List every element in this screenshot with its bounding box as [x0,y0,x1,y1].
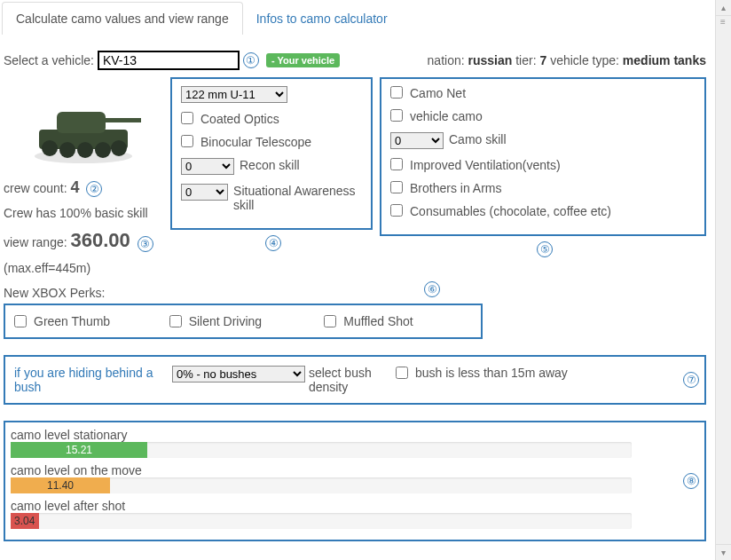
crew-skill-text: Crew has 100% basic skill [4,206,163,220]
svg-rect-8 [97,118,141,122]
coated-optics-checkbox[interactable] [181,112,193,124]
scroll-down-arrow[interactable]: ▾ [716,544,731,560]
bush-box: if you are hiding behind a bush 0% - no … [4,355,706,405]
sa-select[interactable]: 0 [181,184,228,201]
marker-3: ③ [138,236,153,252]
vehicle-select-label: Select a vehicle: [4,53,94,67]
crew-count-value: 4 [70,178,79,196]
vehicle-camo-label: vehicle camo [410,109,483,123]
view-range-label: view range: [4,235,67,249]
bush-close-label: bush is less than 15m away [415,366,568,380]
svg-point-6 [111,140,127,156]
green-thumb-checkbox[interactable] [14,315,27,327]
marker-6: ⑥ [424,281,440,297]
crew-count-label: crew count: [4,181,67,195]
bia-checkbox[interactable] [390,181,403,193]
bush-density-label: select bush density [309,366,380,394]
vents-label: Improved Ventilation(vents) [410,158,561,172]
tab-calculate[interactable]: Calculate camo values and view range [2,2,243,35]
marker-1: ① [243,52,259,68]
silent-driving-checkbox[interactable] [169,315,182,327]
equipment-box: 122 mm U-11 Coated Optics Binocular Tele… [170,77,373,230]
svg-point-5 [95,142,111,158]
view-range-sub: (max.eff=445m) [4,261,163,275]
silent-driving-label: Silent Driving [189,314,262,328]
perks-header: New XBOX Perks: [4,286,105,300]
tabs: Calculate camo values and view range Inf… [2,2,708,35]
move-bar: 11.40 [11,477,632,493]
consumables-checkbox[interactable] [390,204,403,217]
gun-select[interactable]: 122 mm U-11 [181,86,287,103]
consumables-label: Consumables (chocolate, coffee etc) [410,204,611,218]
svg-point-3 [59,142,75,158]
your-vehicle-badge: - Your vehicle [266,53,340,67]
tab-infos[interactable]: Infos to camo calculator [242,2,402,35]
bia-label: Brothers in Arms [410,181,501,195]
binocular-label: Binocular Telescope [200,135,311,149]
move-value: 11.40 [11,477,110,493]
vertical-scrollbar[interactable]: ▴ ≡ ▾ [715,0,731,560]
camo-bonus-box: Camo Net vehicle camo 0 Camo skill [380,77,706,236]
svg-point-4 [77,142,93,158]
stationary-label: camo level stationary [11,428,699,442]
recon-select[interactable]: 0 [181,158,234,175]
camo-skill-label: Camo skill [449,132,507,146]
vents-checkbox[interactable] [390,158,403,170]
muffled-shot-label: Muffled Shot [343,314,413,328]
perks-box: Green Thumb Silent Driving Muffled Shot [4,304,483,339]
bush-density-select[interactable]: 0% - no bushes [172,366,305,383]
vehicle-camo-checkbox[interactable] [390,109,403,122]
shot-value: 3.04 [11,513,39,529]
camo-net-checkbox[interactable] [390,86,403,99]
camo-net-label: Camo Net [410,86,466,100]
stationary-bar: 15.21 [11,442,632,458]
camo-skill-select[interactable]: 0 [390,132,444,149]
scroll-grip-icon[interactable]: ≡ [716,18,730,27]
view-range-value: 360.00 [70,229,130,251]
shot-label: camo level after shot [11,499,699,513]
vehicle-select-input[interactable] [98,51,240,70]
stationary-value: 15.21 [11,442,147,458]
bush-help-link[interactable]: if you are hiding behind a bush [14,366,156,394]
marker-2: ② [86,181,102,197]
scroll-up-arrow[interactable]: ▴ [716,0,731,16]
vehicle-meta: nation: russian tier: 7 vehicle type: me… [428,53,706,67]
move-label: camo level on the move [11,463,699,477]
results-box: camo level stationary 15.21 camo level o… [4,421,706,541]
sa-label: Situational Awareness skill [233,184,362,212]
green-thumb-label: Green Thumb [34,314,110,328]
marker-8: ⑧ [683,473,699,489]
shot-bar: 3.04 [11,513,632,529]
marker-5: ⑤ [537,241,553,257]
binocular-checkbox[interactable] [181,135,193,147]
tank-image [12,81,154,170]
muffled-shot-checkbox[interactable] [324,315,336,327]
marker-4: ④ [265,235,281,251]
recon-label: Recon skill [240,158,300,172]
bush-close-checkbox[interactable] [396,367,408,379]
svg-point-2 [42,140,58,156]
coated-optics-label: Coated Optics [200,112,279,126]
marker-7: ⑦ [683,372,699,388]
